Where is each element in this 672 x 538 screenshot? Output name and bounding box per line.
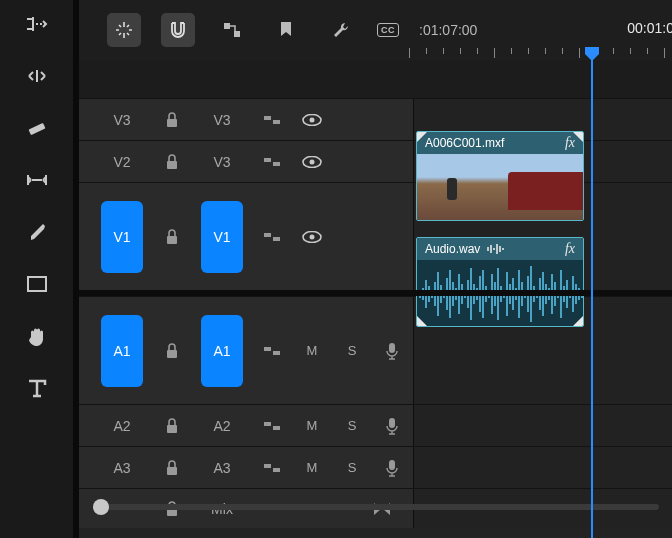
voiceover-icon[interactable] — [381, 457, 403, 479]
timeline-zoom-handle[interactable] — [93, 499, 109, 515]
type-tool[interactable] — [23, 374, 51, 402]
svg-rect-23 — [167, 425, 177, 433]
track-a2: A2 A2 M S — [79, 404, 672, 446]
svg-point-13 — [310, 159, 315, 164]
rolling-edit-tool[interactable] — [23, 62, 51, 90]
track-patch-a1[interactable]: A1 — [201, 315, 243, 387]
rectangle-tool[interactable] — [23, 270, 51, 298]
clip-label-text: A006C001.mxf — [425, 136, 504, 150]
playhead-marker[interactable] — [584, 46, 600, 62]
track-patch-v1[interactable]: V1 — [201, 201, 243, 273]
svg-rect-19 — [167, 350, 177, 358]
track-patch-a3[interactable]: A3 — [201, 449, 243, 487]
svg-rect-9 — [167, 161, 177, 169]
track-source-v3[interactable]: V3 — [101, 101, 143, 139]
captions-button[interactable]: CC — [377, 23, 399, 37]
clip-thumbnail — [417, 154, 583, 220]
waveform-icon — [486, 243, 504, 255]
lock-icon[interactable] — [161, 151, 183, 173]
sync-lock-icon[interactable] — [261, 151, 283, 173]
voiceover-icon[interactable] — [381, 340, 403, 362]
svg-rect-10 — [264, 158, 271, 162]
track-a3: A3 A3 M S — [79, 446, 672, 488]
sync-lock-icon[interactable] — [261, 340, 283, 362]
svg-rect-14 — [167, 236, 177, 244]
snap-button[interactable] — [161, 13, 195, 47]
track-patch-a2[interactable]: A2 — [201, 407, 243, 445]
clip-label-text: Audio.wav — [425, 242, 480, 256]
solo-button[interactable]: S — [341, 415, 363, 437]
toggle-output-icon[interactable] — [301, 109, 323, 131]
svg-rect-21 — [273, 351, 280, 355]
fx-badge: fx — [565, 241, 575, 257]
track-patch-v3[interactable]: V3 — [201, 101, 243, 139]
svg-rect-11 — [273, 162, 280, 166]
svg-rect-22 — [389, 343, 395, 353]
svg-rect-5 — [264, 116, 271, 120]
svg-rect-25 — [273, 426, 280, 430]
solo-button[interactable]: S — [341, 340, 363, 362]
track-patch-v2[interactable]: V3 — [201, 143, 243, 181]
lock-icon[interactable] — [161, 457, 183, 479]
sync-lock-icon[interactable] — [261, 226, 283, 248]
svg-rect-27 — [167, 467, 177, 475]
settings-wrench-button[interactable] — [323, 13, 357, 47]
track-source-a3[interactable]: A3 — [101, 449, 143, 487]
svg-point-18 — [310, 234, 315, 239]
ripple-edit-tool[interactable] — [23, 10, 51, 38]
playhead-line — [591, 60, 593, 538]
track-source-v1[interactable]: V1 — [101, 201, 143, 273]
sync-lock-icon[interactable] — [261, 109, 283, 131]
svg-rect-2 — [224, 23, 230, 29]
mute-button[interactable]: M — [301, 415, 323, 437]
video-audio-divider[interactable] — [79, 290, 672, 296]
svg-rect-6 — [273, 120, 280, 124]
svg-rect-29 — [273, 468, 280, 472]
track-source-a1[interactable]: A1 — [101, 315, 143, 387]
hand-tool[interactable] — [23, 322, 51, 350]
track-source-v2[interactable]: V2 — [101, 143, 143, 181]
sync-lock-icon[interactable] — [261, 415, 283, 437]
razor-tool[interactable] — [23, 114, 51, 142]
mute-button[interactable]: M — [301, 457, 323, 479]
sync-lock-icon[interactable] — [261, 457, 283, 479]
pen-tool[interactable] — [23, 218, 51, 246]
marker-button[interactable] — [269, 13, 303, 47]
toggle-output-icon[interactable] — [301, 226, 323, 248]
lock-icon[interactable] — [161, 340, 183, 362]
timeline-zoom-scrollbar[interactable] — [99, 504, 659, 510]
svg-rect-20 — [264, 347, 271, 351]
svg-rect-0 — [28, 123, 45, 135]
audio-clip[interactable]: Audio.wav fx — [416, 237, 584, 327]
ruler-timecode-end: 00:01:0 — [627, 20, 672, 36]
insert-overwrite-mode-button[interactable] — [107, 13, 141, 47]
svg-rect-30 — [389, 460, 395, 470]
svg-point-8 — [310, 117, 315, 122]
lock-icon[interactable] — [161, 415, 183, 437]
svg-rect-4 — [167, 119, 177, 127]
video-clip[interactable]: A006C001.mxf fx — [416, 131, 584, 221]
svg-rect-1 — [28, 277, 46, 291]
slip-tool[interactable] — [23, 166, 51, 194]
track-source-a2[interactable]: A2 — [101, 407, 143, 445]
toggle-output-icon[interactable] — [301, 151, 323, 173]
ruler-timecode: :01:07:00 — [419, 22, 477, 38]
solo-button[interactable]: S — [341, 457, 363, 479]
svg-rect-16 — [273, 237, 280, 241]
voiceover-icon[interactable] — [381, 415, 403, 437]
linked-selection-button[interactable] — [215, 13, 249, 47]
lock-icon[interactable] — [161, 109, 183, 131]
svg-rect-28 — [264, 464, 271, 468]
mute-button[interactable]: M — [301, 340, 323, 362]
svg-rect-15 — [264, 233, 271, 237]
svg-rect-24 — [264, 422, 271, 426]
svg-rect-26 — [389, 418, 395, 428]
lock-icon[interactable] — [161, 226, 183, 248]
